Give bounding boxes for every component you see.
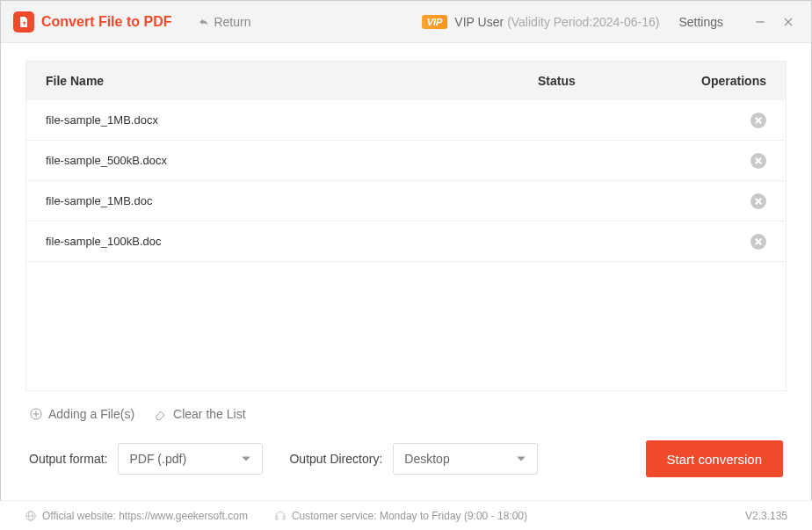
eraser-icon — [154, 407, 168, 421]
table-header: File Name Status Operations — [26, 62, 786, 100]
svg-rect-17 — [276, 516, 278, 519]
return-button[interactable]: Return — [198, 15, 250, 29]
website-label: Official website: https://www.geekersoft… — [42, 510, 248, 522]
official-website-link[interactable]: Official website: https://www.geekersoft… — [25, 510, 248, 522]
output-format-label: Output format: — [29, 452, 107, 466]
close-icon — [782, 16, 794, 28]
minimize-button[interactable] — [750, 11, 771, 33]
bottom-controls: Output format: PDF (.pdf) Output Directo… — [25, 433, 787, 488]
output-format-value: PDF (.pdf) — [129, 452, 186, 466]
globe-icon — [25, 510, 37, 522]
output-directory-label: Output Directory: — [289, 452, 382, 466]
chevron-down-icon — [241, 454, 251, 464]
clear-list-label: Clear the List — [173, 407, 245, 421]
chevron-down-icon — [516, 454, 526, 464]
table-body: file-sample_1MB.docx file-sample_500kB.d… — [26, 100, 786, 390]
table-row: file-sample_1MB.doc — [26, 181, 786, 221]
title-bar: Convert File to PDF Return VIP VIP User … — [1, 1, 811, 43]
add-file-label: Adding a File(s) — [48, 407, 134, 421]
headset-icon — [274, 510, 286, 522]
table-actions-bar: Adding a File(s) Clear the List — [25, 391, 787, 433]
operations-cell — [678, 234, 766, 250]
return-arrow-icon — [198, 16, 210, 28]
output-directory-value: Desktop — [404, 452, 449, 466]
remove-icon — [755, 238, 762, 245]
output-format-dropdown[interactable]: PDF (.pdf) — [118, 443, 263, 475]
column-header-name: File Name — [46, 74, 538, 88]
remove-file-button[interactable] — [750, 193, 766, 209]
operations-cell — [678, 193, 766, 209]
status-bar: Official website: https://www.geekersoft… — [0, 500, 812, 530]
column-header-operations: Operations — [678, 74, 766, 88]
remove-icon — [755, 157, 762, 164]
service-label: Customer service: Monday to Friday (9:00… — [292, 510, 527, 522]
start-conversion-button[interactable]: Start conversion — [646, 440, 783, 477]
table-row: file-sample_500kB.docx — [26, 141, 786, 181]
svg-rect-18 — [283, 516, 285, 519]
column-header-status: Status — [538, 74, 678, 88]
page-title: Convert File to PDF — [41, 14, 171, 30]
minimize-icon — [754, 16, 766, 28]
operations-cell — [678, 113, 766, 128]
settings-button[interactable]: Settings — [678, 15, 723, 29]
add-file-button[interactable]: Adding a File(s) — [29, 407, 134, 421]
table-row: file-sample_100kB.doc — [26, 221, 786, 262]
table-row: file-sample_1MB.docx — [26, 100, 786, 141]
file-name-cell: file-sample_1MB.doc — [46, 194, 538, 207]
main-content: File Name Status Operations file-sample_… — [1, 43, 811, 488]
remove-icon — [755, 198, 762, 205]
file-name-cell: file-sample_500kB.docx — [46, 154, 538, 167]
vip-user-label: VIP User — [454, 15, 504, 29]
return-label: Return — [214, 15, 250, 29]
version-label: V2.3.135 — [745, 510, 787, 522]
output-directory-dropdown[interactable]: Desktop — [393, 443, 538, 475]
validity-period: (Validity Period:2024-06-16) — [507, 15, 659, 29]
app-logo-icon — [13, 11, 34, 33]
remove-icon — [755, 117, 762, 124]
file-name-cell: file-sample_1MB.docx — [46, 113, 538, 127]
remove-file-button[interactable] — [750, 234, 766, 250]
remove-file-button[interactable] — [750, 113, 766, 128]
clear-list-button[interactable]: Clear the List — [154, 407, 245, 421]
customer-service-info: Customer service: Monday to Friday (9:00… — [274, 510, 527, 522]
plus-circle-icon — [29, 407, 43, 421]
file-name-cell: file-sample_100kB.doc — [46, 235, 538, 248]
vip-badge: VIP — [422, 15, 448, 29]
remove-file-button[interactable] — [750, 153, 766, 169]
operations-cell — [678, 153, 766, 169]
close-button[interactable] — [778, 11, 799, 33]
file-table: File Name Status Operations file-sample_… — [25, 61, 787, 391]
